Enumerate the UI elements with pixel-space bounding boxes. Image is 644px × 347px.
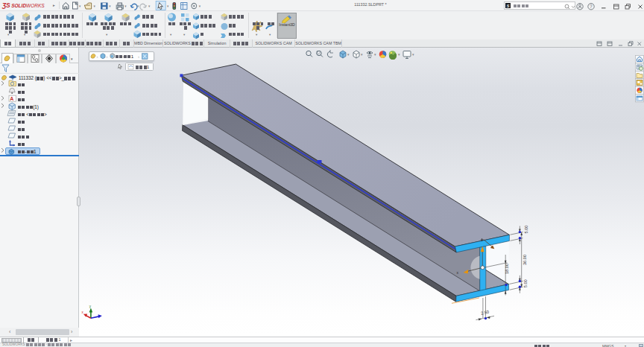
svg-text:›: › xyxy=(107,54,108,59)
svg-text:▾: ▾ xyxy=(412,52,414,57)
svg-text:▾: ▾ xyxy=(361,52,363,57)
svg-text:›: › xyxy=(97,54,98,59)
svg-text:›: › xyxy=(138,54,139,59)
svg-text:▾: ▾ xyxy=(374,52,376,57)
svg-text:▾: ▾ xyxy=(398,52,400,57)
svg-text:▾: ▾ xyxy=(347,52,350,57)
